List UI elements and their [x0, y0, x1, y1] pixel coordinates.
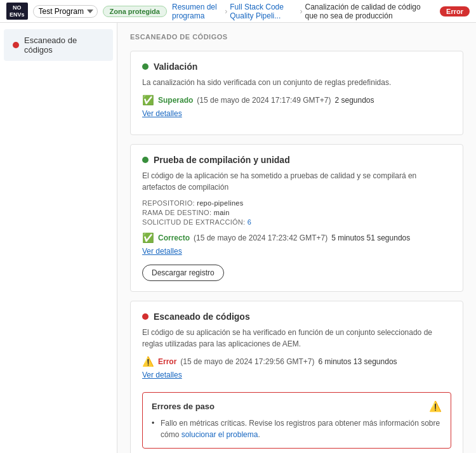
- download-log-button[interactable]: Descargar registro: [142, 265, 224, 281]
- meta-key: RAMA DE DESTINO:: [142, 209, 214, 216]
- sidebar-item-code-scan[interactable]: Escaneado de códigos: [4, 29, 113, 61]
- step-code-scan: Escaneado de códigos El código de su apl…: [130, 301, 463, 453]
- step-desc: El código de la aplicación se ha sometid…: [142, 170, 451, 193]
- step-build-test: Prueba de compilación y unidad El código…: [130, 144, 463, 292]
- error-text-after: .: [258, 430, 260, 439]
- status-label: Correcto: [158, 233, 190, 242]
- step-title: Escaneado de códigos: [154, 312, 250, 322]
- view-details-link[interactable]: Ver detalles: [142, 247, 182, 256]
- step-validation: Validación La canalización ha sido verif…: [130, 51, 463, 135]
- status-label: Superado: [158, 96, 193, 105]
- error-badge: Error: [440, 6, 470, 16]
- meta-key: REPOSITORIO:: [142, 199, 197, 207]
- step-header: Escaneado de códigos: [142, 312, 451, 322]
- meta-value: repo-pipelines: [197, 199, 243, 207]
- step-indicator-red: [142, 313, 149, 320]
- status-icon-success: ✅: [142, 95, 154, 106]
- status-row: ✅ Superado (15 de mayo de 2024 17:17:49 …: [142, 95, 451, 106]
- breadcrumb: Resumen del programa › Full Stack Code Q…: [172, 3, 435, 20]
- sidebar: Escaneado de códigos: [0, 23, 117, 453]
- status-label: Error: [158, 357, 176, 366]
- section-title: ESCANEADO DE CÓDIGOS: [130, 33, 463, 41]
- step-desc: La canalización ha sido verificada con u…: [142, 77, 451, 88]
- meta-value: main: [214, 209, 230, 216]
- status-icon-warning: ⚠️: [142, 356, 154, 367]
- top-navigation: NO ENVs Test Program Zona protegida Resu…: [0, 0, 476, 23]
- step-header: Validación: [142, 62, 451, 72]
- protected-badge: Zona protegida: [103, 6, 167, 17]
- program-dropdown[interactable]: Test Program: [33, 5, 98, 18]
- status-date: (15 de mayo de 2024 17:23:42 GMT+7): [194, 233, 327, 242]
- status-duration: 5 minutos 51 segundos: [331, 233, 410, 242]
- meta-pr-link[interactable]: 6: [248, 218, 251, 226]
- breadcrumb-sep1: ›: [225, 7, 227, 16]
- step-indicator-green: [142, 63, 149, 70]
- program-selector[interactable]: Test Program: [33, 5, 98, 18]
- error-box-header: Errores de paso ⚠️: [152, 400, 442, 412]
- breadcrumb-current: Canalización de calidad de código que no…: [305, 3, 435, 20]
- error-box-title: Errores de paso: [152, 402, 215, 411]
- step-header: Prueba de compilación y unidad: [142, 155, 451, 165]
- meta-repository: REPOSITORIO: repo-pipelines: [142, 199, 451, 207]
- status-icon-success: ✅: [142, 232, 154, 244]
- meta-branch: RAMA DE DESTINO: main: [142, 209, 451, 216]
- status-date: (15 de mayo de 2024 17:29:56 GMT+7): [180, 357, 314, 366]
- status-duration: 2 segundos: [334, 96, 374, 105]
- status-row: ⚠️ Error (15 de mayo de 2024 17:29:56 GM…: [142, 356, 451, 367]
- meta-pr: SOLICITUD DE EXTRACCIÓN: 6: [142, 218, 451, 226]
- logo: NO ENVs: [6, 3, 28, 20]
- breadcrumb-item2[interactable]: Full Stack Code Quality Pipeli...: [230, 3, 297, 20]
- meta-key: SOLICITUD DE EXTRACCIÓN:: [142, 218, 248, 226]
- breadcrumb-sep2: ›: [300, 7, 303, 16]
- status-row: ✅ Correcto (15 de mayo de 2024 17:23:42 …: [142, 232, 451, 244]
- step-indicator-green: [142, 157, 149, 163]
- step-title: Validación: [154, 62, 197, 72]
- breadcrumb-item1[interactable]: Resumen del programa: [172, 3, 222, 20]
- error-box-item: Fallo en métricas críticas. Revise los r…: [152, 417, 442, 440]
- status-duration: 6 minutos 13 segundos: [318, 357, 397, 366]
- warning-icon: ⚠️: [429, 400, 442, 412]
- content-area: ESCANEADO DE CÓDIGOS Validación La canal…: [117, 23, 476, 453]
- step-desc: El código de su aplicación se ha verific…: [142, 327, 451, 350]
- error-link[interactable]: solucionar el problema: [182, 430, 258, 439]
- view-details-link[interactable]: Ver detalles: [142, 371, 182, 379]
- status-date: (15 de mayo de 2024 17:17:49 GMT+7): [197, 96, 331, 105]
- main-layout: Escaneado de códigos ESCANEADO DE CÓDIGO…: [0, 23, 476, 453]
- step-title: Prueba de compilación y unidad: [154, 155, 290, 165]
- view-details-link[interactable]: Ver detalles: [142, 109, 182, 118]
- sidebar-status-dot: [13, 42, 19, 48]
- sidebar-item-label: Escaneado de códigos: [24, 36, 104, 55]
- error-box: Errores de paso ⚠️ Fallo en métricas crí…: [142, 392, 451, 449]
